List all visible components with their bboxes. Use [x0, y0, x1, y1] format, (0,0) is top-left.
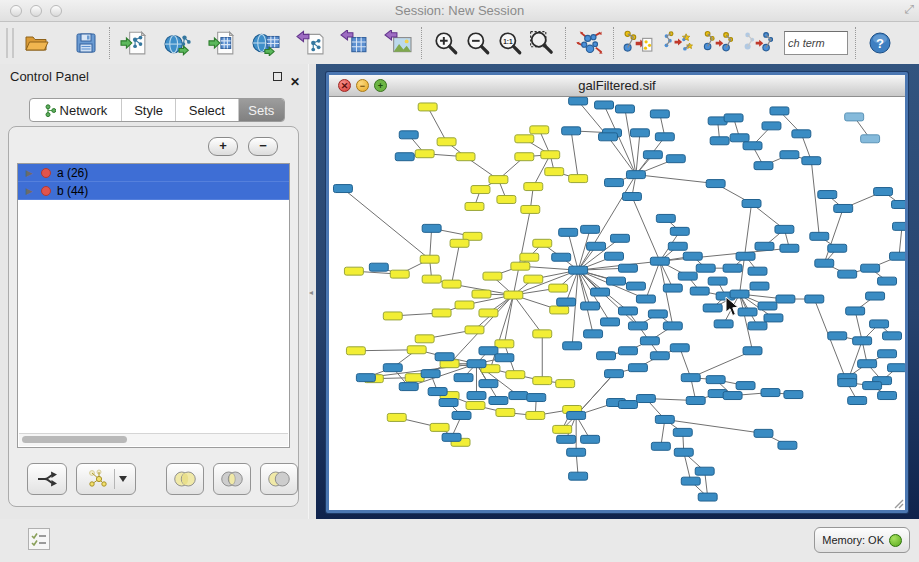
network-node[interactable]: [454, 374, 473, 382]
network-edge[interactable]: [646, 261, 660, 299]
list-item-set-a[interactable]: ▶ a (26): [18, 164, 289, 182]
network-node[interactable]: [878, 350, 897, 358]
network-node[interactable]: [810, 232, 829, 240]
network-edge[interactable]: [691, 351, 753, 378]
list-item-set-b[interactable]: ▶ b (44): [18, 182, 289, 200]
network-node[interactable]: [748, 322, 767, 330]
network-node[interactable]: [356, 374, 375, 382]
network-node[interactable]: [524, 275, 543, 283]
create-set-from-network-button[interactable]: [76, 463, 136, 495]
network-node[interactable]: [618, 347, 637, 355]
network-node[interactable]: [587, 242, 606, 250]
network-node[interactable]: [663, 322, 682, 330]
zoom-fit-selected-button[interactable]: [526, 26, 558, 60]
network-edge[interactable]: [636, 133, 640, 175]
network-node[interactable]: [708, 277, 727, 285]
close-window-button[interactable]: [10, 5, 22, 17]
network-node[interactable]: [465, 326, 484, 334]
network-node[interactable]: [686, 397, 705, 405]
network-node[interactable]: [581, 302, 600, 310]
network-node[interactable]: [395, 153, 414, 161]
network-node[interactable]: [802, 157, 821, 165]
set-difference-button[interactable]: [260, 463, 298, 495]
close-panel-icon[interactable]: ✕: [290, 69, 300, 95]
network-node[interactable]: [874, 188, 893, 196]
network-node[interactable]: [369, 263, 388, 271]
network-node[interactable]: [530, 126, 549, 134]
network-node[interactable]: [663, 284, 682, 292]
memory-status-button[interactable]: Memory: OK: [814, 527, 910, 553]
network-node[interactable]: [553, 425, 572, 433]
network-node[interactable]: [533, 377, 552, 385]
network-node[interactable]: [489, 397, 508, 405]
network-node[interactable]: [743, 347, 762, 355]
network-node[interactable]: [754, 162, 773, 170]
network-node[interactable]: [422, 224, 441, 232]
network-edge[interactable]: [608, 137, 636, 175]
scrollbar-thumb[interactable]: [22, 436, 127, 443]
zoom-window-button[interactable]: [50, 5, 62, 17]
network-canvas[interactable]: [329, 97, 905, 510]
splitter-handle-icon[interactable]: ◂: [309, 288, 313, 297]
network-node[interactable]: [428, 388, 447, 396]
network-node[interactable]: [465, 202, 484, 210]
zoom-in-button[interactable]: [430, 26, 462, 60]
network-node[interactable]: [496, 408, 515, 416]
network-node[interactable]: [442, 433, 461, 441]
network-node[interactable]: [581, 435, 600, 443]
network-edge[interactable]: [430, 228, 432, 259]
network-node[interactable]: [723, 264, 742, 272]
open-session-button[interactable]: [20, 26, 52, 60]
network-node[interactable]: [515, 153, 534, 161]
network-node[interactable]: [780, 151, 799, 159]
network-node[interactable]: [848, 397, 867, 405]
network-node[interactable]: [668, 242, 687, 250]
import-network-web-button[interactable]: [162, 26, 194, 60]
network-node[interactable]: [495, 354, 514, 362]
network-node[interactable]: [495, 340, 514, 348]
network-edge[interactable]: [740, 203, 752, 294]
network-node[interactable]: [607, 277, 626, 285]
import-network-file-button[interactable]: [118, 26, 150, 60]
task-history-button[interactable]: [28, 528, 50, 550]
network-node[interactable]: [597, 352, 616, 360]
network-edge[interactable]: [428, 107, 447, 142]
new-network-from-selection-button[interactable]: [622, 26, 654, 60]
network-node[interactable]: [407, 346, 426, 354]
network-node[interactable]: [626, 171, 645, 179]
export-table-button[interactable]: [338, 26, 370, 60]
network-node[interactable]: [815, 259, 834, 267]
network-node[interactable]: [678, 272, 697, 280]
network-node[interactable]: [569, 175, 588, 183]
network-node[interactable]: [437, 138, 456, 146]
network-node[interactable]: [399, 383, 418, 391]
export-image-button[interactable]: [382, 26, 414, 60]
network-node[interactable]: [630, 129, 649, 137]
new-network-selected-nodes-edges-button[interactable]: [662, 26, 694, 60]
network-node[interactable]: [764, 314, 783, 322]
network-node[interactable]: [567, 448, 586, 456]
network-node[interactable]: [888, 364, 905, 372]
network-node[interactable]: [770, 107, 789, 115]
network-node[interactable]: [442, 280, 461, 288]
network-node[interactable]: [683, 252, 702, 260]
network-node[interactable]: [883, 332, 902, 340]
network-node[interactable]: [893, 222, 905, 230]
network-node[interactable]: [562, 127, 581, 135]
network-node[interactable]: [723, 392, 742, 400]
network-node[interactable]: [471, 186, 490, 194]
clone-network-button[interactable]: [742, 26, 774, 60]
apply-layout-button[interactable]: [574, 26, 606, 60]
network-node[interactable]: [780, 244, 799, 252]
network-node[interactable]: [878, 277, 897, 285]
import-table-web-button[interactable]: [250, 26, 282, 60]
network-node[interactable]: [650, 257, 669, 265]
network-node[interactable]: [521, 205, 540, 213]
network-node[interactable]: [643, 151, 662, 159]
network-node[interactable]: [605, 179, 624, 187]
network-node[interactable]: [415, 150, 434, 158]
network-node[interactable]: [520, 253, 539, 261]
network-node[interactable]: [595, 101, 614, 109]
network-node[interactable]: [618, 264, 637, 272]
network-edge[interactable]: [814, 299, 847, 383]
